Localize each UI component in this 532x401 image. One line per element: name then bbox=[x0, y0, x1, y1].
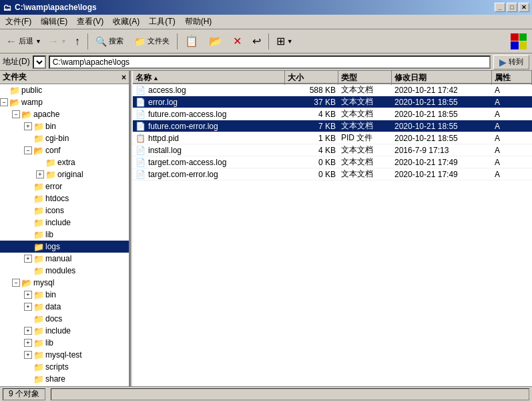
tree-item[interactable]: −📂apache bbox=[0, 108, 129, 120]
tree-expand-button[interactable]: + bbox=[24, 303, 32, 311]
col-date[interactable]: 修改日期 bbox=[392, 71, 492, 85]
tree-expand-button[interactable]: + bbox=[24, 339, 32, 347]
tree-item[interactable]: 📁extra bbox=[0, 156, 129, 168]
tree-collapse-button[interactable]: − bbox=[24, 146, 32, 154]
tree-item[interactable]: +📁mysql-test bbox=[0, 349, 129, 361]
tree-item[interactable]: 📁modules bbox=[0, 265, 129, 277]
windows-logo bbox=[511, 33, 527, 49]
tree-expand-button[interactable]: + bbox=[36, 170, 44, 178]
forward-dropdown-icon[interactable]: ▼ bbox=[61, 38, 67, 45]
view-icon: ⊞ bbox=[276, 35, 285, 47]
copy-to-button[interactable]: 📋 bbox=[180, 32, 203, 51]
tree-item[interactable]: 📁include bbox=[0, 217, 129, 229]
file-size-cell: 7 KB bbox=[285, 120, 338, 132]
tree-item[interactable]: +📁manual bbox=[0, 253, 129, 265]
folder-icon: 📁 bbox=[33, 290, 44, 300]
tree-item[interactable]: 📁cgi-bin bbox=[0, 132, 129, 144]
file-date-cell: 2016-7-9 17:13 bbox=[392, 144, 492, 156]
tree-item[interactable]: 📁scripts bbox=[0, 361, 129, 373]
table-row[interactable]: 📄future.com-error.log7 KB文本文档2020-10-21 … bbox=[133, 120, 532, 132]
sort-arrow: ▲ bbox=[153, 75, 159, 82]
file-type-cell: 文本文档 bbox=[338, 84, 392, 96]
table-row[interactable]: 📄access.log588 KB文本文档2020-10-21 17:42A bbox=[133, 84, 532, 96]
tree-item[interactable]: −📂wamp bbox=[0, 96, 129, 108]
tree-item[interactable]: 📁share bbox=[0, 373, 129, 385]
undo-button[interactable]: ↩ bbox=[248, 32, 266, 51]
view-dropdown-icon[interactable]: ▼ bbox=[287, 38, 293, 45]
up-button[interactable]: ↑ bbox=[70, 32, 85, 51]
menu-tools[interactable]: 工具(T) bbox=[145, 15, 179, 29]
address-input[interactable] bbox=[49, 55, 491, 69]
tree-collapse-button[interactable]: − bbox=[12, 279, 20, 287]
tree-item[interactable]: 📁docs bbox=[0, 313, 129, 325]
tree-item[interactable]: 📁error bbox=[0, 180, 129, 192]
col-type[interactable]: 类型 bbox=[338, 71, 392, 85]
dropdown-icon[interactable]: ▼ bbox=[35, 38, 41, 45]
tree-expand-button[interactable]: + bbox=[24, 255, 32, 263]
tree-expand-button[interactable]: + bbox=[24, 351, 32, 359]
go-button[interactable]: ▶ 转到 bbox=[493, 55, 529, 70]
table-row[interactable]: 📄target.com-access.log0 KB文本文档2020-10-21… bbox=[133, 156, 532, 168]
tree-item[interactable]: −📂mysql bbox=[0, 277, 129, 289]
menu-favorites[interactable]: 收藏(A) bbox=[109, 15, 144, 29]
col-attr[interactable]: 属性 bbox=[492, 71, 532, 85]
move-to-button[interactable]: 📂 bbox=[204, 32, 227, 51]
tree-collapse-button[interactable]: − bbox=[12, 110, 20, 118]
file-type-cell: 文本文档 bbox=[338, 120, 392, 132]
tree-item[interactable]: +📁include bbox=[0, 325, 129, 337]
table-row[interactable]: 📄future.com-access.log4 KB文本文档2020-10-21… bbox=[133, 108, 532, 120]
tree-item[interactable]: 📁htdocs bbox=[0, 192, 129, 205]
tree-item[interactable]: −📂conf bbox=[0, 144, 129, 156]
tree-expand-button[interactable]: + bbox=[24, 291, 32, 299]
folder-icon: 📁 bbox=[33, 230, 44, 240]
file-name: target.com-error.log bbox=[148, 170, 218, 179]
file-date-cell: 2020-10-21 18:55 bbox=[392, 108, 492, 120]
move-to-icon: 📂 bbox=[209, 35, 222, 47]
file-type-icon: 📄 bbox=[136, 110, 146, 119]
tree-item[interactable]: 📁public bbox=[0, 84, 129, 96]
tree-expand-button[interactable]: + bbox=[24, 327, 32, 335]
delete-button[interactable]: ✕ bbox=[228, 32, 246, 51]
menu-view[interactable]: 查看(V) bbox=[73, 15, 107, 29]
menu-edit[interactable]: 编辑(E) bbox=[37, 15, 71, 29]
tree-item-label: share bbox=[45, 374, 65, 384]
folder-icon: 📁 bbox=[33, 182, 44, 192]
view-button[interactable]: ⊞ ▼ bbox=[272, 32, 298, 51]
tree-item[interactable]: +📁lib bbox=[0, 337, 129, 349]
menu-help[interactable]: 帮助(H) bbox=[181, 15, 216, 29]
tree-item[interactable]: +📁data bbox=[0, 301, 129, 313]
status-bar: 9 个对象 bbox=[0, 386, 532, 401]
tree-item[interactable]: 📁sql-bench bbox=[0, 385, 129, 386]
folder-icon: 📁 bbox=[33, 194, 44, 204]
tree-item[interactable]: +📁bin bbox=[0, 289, 129, 301]
maximize-button[interactable]: □ bbox=[507, 3, 517, 12]
table-row[interactable]: 📄error.log37 KB文本文档2020-10-21 18:55A bbox=[133, 96, 532, 108]
tree-item-label: include bbox=[45, 326, 71, 336]
tree-item[interactable]: 📁icons bbox=[0, 205, 129, 217]
tree-content[interactable]: 📁public−📂wamp−📂apache+📁bin📁cgi-bin−📂conf… bbox=[0, 84, 129, 386]
tree-item[interactable]: +📁original bbox=[0, 168, 129, 180]
tree-item[interactable]: 📁logs bbox=[0, 241, 129, 253]
search-button[interactable]: 🔍 搜索 bbox=[91, 32, 128, 51]
tree-expand-button[interactable]: + bbox=[24, 122, 32, 130]
minimize-button[interactable]: _ bbox=[495, 3, 505, 12]
table-row[interactable]: 📋httpd.pid1 KBPID 文件2020-10-21 18:55A bbox=[133, 132, 532, 144]
col-size[interactable]: 大小 bbox=[285, 71, 338, 85]
tree-collapse-button[interactable]: − bbox=[0, 98, 8, 106]
tree-close-button[interactable]: × bbox=[121, 73, 126, 82]
folder-icon: 📁 bbox=[33, 350, 44, 360]
back-button[interactable]: ← 后退 ▼ bbox=[3, 32, 45, 51]
tree-item[interactable]: 📁lib bbox=[0, 229, 129, 241]
file-date-cell: 2020-10-21 17:49 bbox=[392, 168, 492, 180]
forward-button[interactable]: → ▼ bbox=[46, 32, 69, 51]
table-row[interactable]: 📄target.com-error.log0 KB文本文档2020-10-21 … bbox=[133, 168, 532, 180]
col-name[interactable]: 名称 ▲ bbox=[133, 71, 285, 85]
address-dropdown[interactable] bbox=[33, 55, 46, 69]
address-bar: 地址(D) ▶ 转到 bbox=[0, 53, 532, 71]
file-name-cell: 📄install.log bbox=[133, 144, 285, 156]
tree-item[interactable]: +📁bin bbox=[0, 120, 129, 132]
table-row[interactable]: 📄install.log4 KB文本文档2016-7-9 17:13A bbox=[133, 144, 532, 156]
close-button[interactable]: ✕ bbox=[519, 3, 529, 12]
menu-file[interactable]: 文件(F) bbox=[1, 15, 35, 29]
folders-button[interactable]: 📁 文件夹 bbox=[129, 32, 174, 51]
